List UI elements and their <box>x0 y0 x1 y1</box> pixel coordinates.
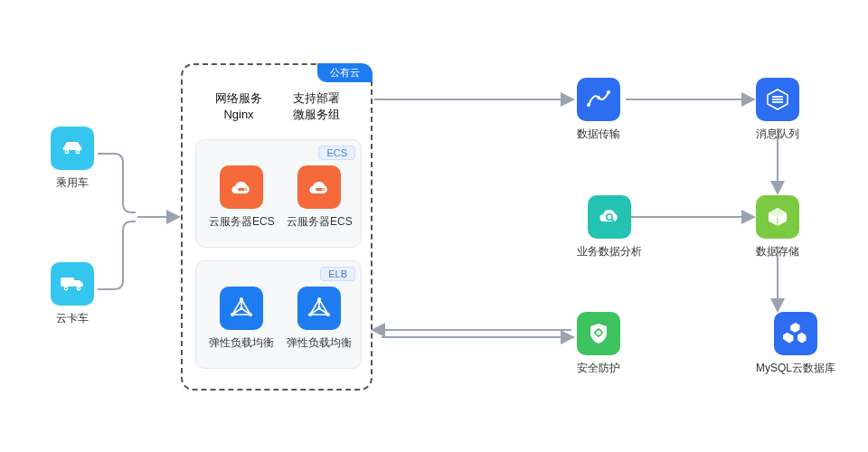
svg-point-3 <box>77 151 79 153</box>
elb-item-2-label: 弹性负载均衡 <box>287 335 352 351</box>
center-tab: 公有云 <box>317 63 373 82</box>
node-truck: 云卡车 <box>51 262 94 326</box>
svg-point-16 <box>240 306 243 310</box>
security-label: 安全防护 <box>577 361 620 376</box>
storage-cube-icon <box>756 195 799 239</box>
load-balancer-icon <box>220 287 263 330</box>
svg-point-10 <box>244 189 246 191</box>
center-header-right-l2: 微服务组 <box>280 107 353 123</box>
mysql-label: MySQL云数据库 <box>756 361 835 376</box>
svg-point-13 <box>240 297 243 301</box>
node-storage: 数据存储 <box>756 195 799 259</box>
message-queue-label: 消息队列 <box>756 127 799 142</box>
node-data-transfer: 数据传输 <box>577 78 620 142</box>
analytics-label: 业务数据分析 <box>577 244 642 259</box>
node-car: 乘用车 <box>51 127 94 191</box>
ecs-item-1-label: 云服务器ECS <box>209 214 275 230</box>
svg-point-23 <box>607 90 610 94</box>
svg-point-17 <box>317 297 321 301</box>
storage-label: 数据存储 <box>756 244 799 259</box>
elb-card: ELB 弹性负载均衡 弹性负载均衡 <box>195 260 362 369</box>
ecs-card: ECS 云服务器ECS 云服务器ECS <box>195 139 362 248</box>
truck-label: 云卡车 <box>56 311 89 326</box>
center-header-left: 网络服务 Nginx <box>203 90 275 123</box>
svg-point-19 <box>326 313 330 316</box>
car-label: 乘用车 <box>56 175 89 191</box>
cloud-server-icon <box>297 165 341 209</box>
svg-point-20 <box>317 306 321 310</box>
svg-point-7 <box>65 287 67 289</box>
load-balancer-icon <box>297 287 341 330</box>
svg-point-14 <box>231 313 234 316</box>
elb-item-2: 弹性负载均衡 <box>287 287 352 351</box>
cloud-search-icon <box>588 195 631 239</box>
center-header-right-l1: 支持部署 <box>280 90 353 107</box>
ecs-item-1: 云服务器ECS <box>209 165 275 230</box>
elb-tag: ELB <box>320 267 355 281</box>
svg-point-21 <box>587 103 590 107</box>
center-header-left-l1: 网络服务 <box>203 90 275 107</box>
node-message-queue: 消息队列 <box>756 78 799 142</box>
svg-point-15 <box>249 313 252 316</box>
architecture-diagram: 乘用车 云卡车 公有云 网络服务 Nginx 支持部署 微服务组 ECS 云服务… <box>0 0 868 452</box>
node-mysql: MySQL云数据库 <box>756 312 835 376</box>
svg-point-2 <box>66 151 68 153</box>
node-security: 安全防护 <box>577 312 620 376</box>
cloud-server-icon <box>220 165 263 209</box>
elb-item-1-label: 弹性负载均衡 <box>209 335 274 351</box>
node-analytics: 业务数据分析 <box>577 195 642 259</box>
svg-point-8 <box>78 287 80 289</box>
center-header-left-l2: Nginx <box>203 107 275 123</box>
elb-item-1: 弹性负载均衡 <box>209 287 274 351</box>
ecs-item-2: 云服务器ECS <box>287 165 353 230</box>
svg-point-22 <box>597 96 600 99</box>
center-header-right: 支持部署 微服务组 <box>280 90 353 123</box>
svg-point-12 <box>322 189 324 191</box>
queue-icon <box>756 78 799 121</box>
database-cluster-icon <box>774 312 817 355</box>
truck-icon <box>51 262 94 306</box>
shield-gear-icon <box>577 312 620 355</box>
connectors-svg <box>0 0 868 452</box>
ecs-tag: ECS <box>318 146 355 160</box>
data-transfer-label: 数据传输 <box>577 127 620 142</box>
center-container: 公有云 网络服务 Nginx 支持部署 微服务组 ECS 云服务器ECS 云服务… <box>181 63 373 391</box>
car-icon <box>51 127 94 170</box>
svg-point-18 <box>308 313 312 316</box>
flow-icon <box>577 78 620 121</box>
ecs-item-2-label: 云服务器ECS <box>287 214 353 230</box>
svg-rect-4 <box>61 278 74 287</box>
